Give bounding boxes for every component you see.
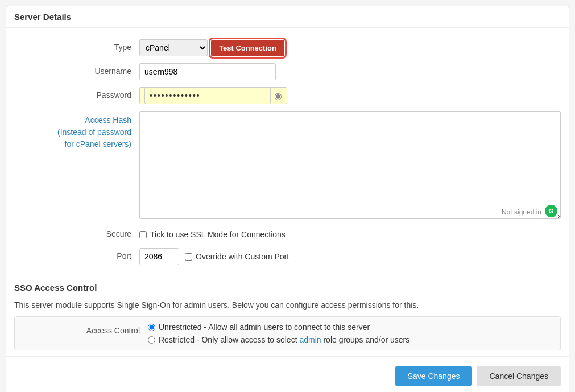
port-input[interactable] [139, 248, 179, 265]
sso-title: SSO Access Control [14, 283, 97, 292]
access-control-label: Access Control [23, 323, 148, 339]
unrestricted-radio[interactable] [148, 324, 155, 331]
access-control-radio-group: Unrestricted - Allow all admin users to … [148, 323, 552, 344]
server-details-title: Server Details [14, 12, 71, 22]
type-control-wrap: cPanel WHM Plesk DirectAdmin Test Connec… [139, 39, 561, 56]
sso-control-box: Access Control Unrestricted - Allow all … [14, 316, 561, 350]
username-input[interactable] [139, 63, 276, 80]
cancel-changes-button[interactable]: Cancel Changes [477, 366, 561, 386]
server-details-header: Server Details [6, 6, 569, 28]
override-port-checkbox[interactable] [185, 253, 192, 261]
username-control-wrap [139, 63, 561, 80]
password-toggle-icon[interactable]: ◉ [274, 90, 282, 101]
footer-actions: Save Changes Cancel Changes [6, 356, 569, 392]
restricted-blue-text: admin [299, 335, 321, 344]
server-details-body: Type cPanel WHM Plesk DirectAdmin Test C… [6, 28, 569, 277]
override-port-label[interactable]: Override with Custom Port [185, 252, 289, 261]
username-row: Username [6, 60, 569, 84]
password-control-wrap: ◉ [139, 87, 561, 104]
password-input[interactable] [144, 87, 271, 104]
restricted-radio-label[interactable]: Restricted - Only allow access to select… [148, 335, 552, 344]
not-signed-in-label: Not signed in [502, 208, 541, 216]
access-hash-label: Access Hash(Instead of passwordfor cPane… [14, 111, 139, 150]
secure-checkbox[interactable] [139, 231, 147, 238]
save-changes-button[interactable]: Save Changes [395, 366, 473, 386]
port-row: Port Override with Custom Port [6, 245, 569, 269]
sso-description: This server module supports Single Sign-… [14, 300, 561, 310]
password-row: Password ◉ [6, 84, 569, 108]
port-control-wrap: Override with Custom Port [139, 248, 561, 265]
sso-section: SSO Access Control This server module su… [6, 277, 569, 356]
unrestricted-radio-label[interactable]: Unrestricted - Allow all admin users to … [148, 323, 552, 332]
sso-header: SSO Access Control [6, 277, 569, 295]
grammarly-icon: G [545, 205, 557, 217]
type-label: Type [14, 42, 139, 53]
secure-control-wrap: Tick to use SSL Mode for Connections [139, 230, 561, 239]
access-hash-control-wrap: Not signed in G [139, 111, 561, 221]
page-container: Server Details Type cPanel WHM Plesk Dir… [6, 6, 569, 392]
restricted-radio-text: Restricted - Only allow access to select… [159, 335, 409, 344]
password-label: Password [14, 90, 139, 101]
port-label: Port [14, 251, 139, 262]
restricted-radio[interactable] [148, 336, 155, 344]
access-hash-wrap: Not signed in G [139, 111, 561, 221]
override-port-text: Override with Custom Port [196, 252, 289, 261]
access-hash-textarea[interactable] [139, 111, 561, 219]
type-row: Type cPanel WHM Plesk DirectAdmin Test C… [6, 36, 569, 60]
password-wrap: ◉ [139, 87, 287, 104]
secure-label: Secure [14, 229, 139, 240]
secure-row: Secure Tick to use SSL Mode for Connecti… [6, 224, 569, 245]
test-connection-button[interactable]: Test Connection [211, 40, 284, 56]
secure-checkbox-label[interactable]: Tick to use SSL Mode for Connections [139, 230, 286, 239]
secure-checkbox-text: Tick to use SSL Mode for Connections [150, 230, 286, 239]
username-label: Username [14, 66, 139, 77]
unrestricted-radio-text: Unrestricted - Allow all admin users to … [159, 323, 370, 332]
sso-body: This server module supports Single Sign-… [6, 295, 569, 356]
access-hash-row: Access Hash(Instead of passwordfor cPane… [6, 108, 569, 224]
type-select[interactable]: cPanel WHM Plesk DirectAdmin [139, 39, 208, 56]
